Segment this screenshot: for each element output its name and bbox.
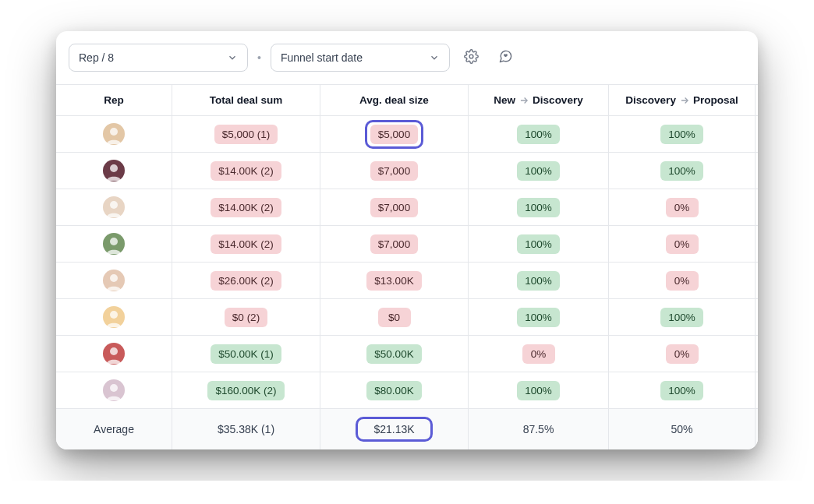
- metric-pill: $14.00K (2): [211, 198, 281, 217]
- table-row[interactable]: $26.00K (2) $13.00K 100% 0%: [56, 263, 758, 299]
- table-row[interactable]: $14.00K (2) $7,000 100% 100%: [56, 153, 758, 189]
- metric-highlight: $5,000: [365, 120, 423, 149]
- metric-pill: $7,000: [370, 161, 418, 181]
- settings-button[interactable]: [459, 45, 484, 70]
- avatar: [103, 379, 125, 401]
- metric-pill: $50.00K: [366, 344, 421, 364]
- metric-pill: 0%: [666, 234, 699, 254]
- footer-row: Average $35.38K (1) $21.13K 87.5% 50%: [56, 409, 758, 449]
- avatar: [103, 270, 125, 291]
- chevron-down-icon: [227, 52, 238, 63]
- gear-icon: [464, 49, 479, 67]
- footer-total: $35.38K (1): [218, 423, 274, 435]
- metric-pill: $0: [378, 308, 411, 327]
- metric-pill: $50.00K (1): [211, 344, 281, 364]
- metric-pill: $26.00K (2): [211, 271, 281, 291]
- metric-pill: 0%: [666, 198, 699, 217]
- metric-pill: $7,000: [370, 198, 418, 217]
- metric-pill: $14.00K (2): [211, 234, 281, 254]
- col-header-stage1[interactable]: New Discovery: [469, 85, 609, 115]
- metric-pill: 100%: [660, 161, 703, 181]
- metric-pill: 100%: [660, 381, 703, 400]
- svg-point-18: [110, 384, 118, 392]
- table-row[interactable]: $14.00K (2) $7,000 100% 0%: [56, 189, 758, 226]
- svg-point-0: [470, 55, 474, 58]
- footer-avg-highlight: $21.13K: [356, 417, 432, 442]
- footer-avg: $21.13K: [373, 423, 414, 435]
- metric-pill: 100%: [660, 125, 703, 144]
- stage2-to: Proposal: [693, 94, 738, 106]
- stage2-from: Discovery: [625, 94, 676, 106]
- data-grid: Rep Total deal sum Avg. deal size New Di…: [56, 84, 758, 449]
- table-row[interactable]: $160.00K (2) $80.00K 100% 100%: [56, 372, 758, 409]
- metric-pill: $7,000: [370, 234, 418, 254]
- table-row[interactable]: $50.00K (1) $50.00K 0% 0%: [56, 336, 758, 372]
- metric-pill: 100%: [517, 381, 560, 400]
- arrow-right-icon: [679, 95, 690, 106]
- svg-point-8: [110, 201, 118, 209]
- metric-pill: 100%: [517, 271, 560, 291]
- svg-point-10: [110, 238, 118, 245]
- col-header-rep[interactable]: Rep: [56, 85, 172, 115]
- group-by-label: Rep / 8: [79, 51, 114, 64]
- stage1-to: Discovery: [533, 94, 583, 106]
- chevron-down-icon: [429, 52, 440, 63]
- feedback-button[interactable]: [494, 45, 518, 70]
- table-row[interactable]: $14.00K (2) $7,000 100% 0%: [56, 226, 758, 263]
- metric-pill: 100%: [517, 234, 560, 254]
- metric-pill: $0 (2): [225, 308, 267, 327]
- avatar: [103, 233, 125, 255]
- svg-point-6: [110, 164, 118, 172]
- toolbar: Rep / 8 • Funnel start date: [56, 44, 758, 84]
- footer-stage2: 50%: [671, 423, 692, 435]
- metric-pill: 100%: [660, 308, 703, 327]
- svg-point-4: [110, 128, 118, 136]
- metric-pill: 0%: [666, 344, 699, 364]
- svg-point-14: [110, 311, 118, 319]
- svg-point-12: [110, 274, 118, 282]
- avatar: [103, 196, 125, 218]
- svg-point-16: [110, 347, 118, 355]
- metric-pill: $14.00K (2): [211, 161, 281, 181]
- avatar: [103, 306, 125, 328]
- chat-heart-icon: [498, 49, 513, 67]
- header-row: Rep Total deal sum Avg. deal size New Di…: [56, 85, 758, 116]
- report-card: Rep / 8 • Funnel start date Rep To: [56, 31, 758, 449]
- arrow-right-icon: [518, 95, 529, 106]
- footer-stage1: 87.5%: [523, 423, 554, 435]
- metric-pill: $160.00K (2): [207, 381, 284, 400]
- avatar: [103, 123, 125, 145]
- table-row[interactable]: $0 (2) $0 100% 100%: [56, 299, 758, 336]
- metric-pill: 100%: [517, 308, 560, 327]
- metric-pill: 100%: [517, 161, 560, 181]
- group-by-select[interactable]: Rep / 8: [69, 44, 248, 72]
- col-header-avg[interactable]: Avg. deal size: [320, 85, 469, 115]
- footer-label: Average: [56, 409, 172, 449]
- metric-pill: 100%: [517, 125, 560, 144]
- stage1-from: New: [494, 94, 515, 106]
- metric-pill: 0%: [666, 271, 699, 291]
- date-select-label: Funnel start date: [281, 51, 363, 64]
- col-header-total[interactable]: Total deal sum: [172, 85, 320, 115]
- metric-pill: $13.00K: [366, 271, 421, 291]
- separator-dot: •: [257, 51, 261, 64]
- table-row[interactable]: $5,000 (1) $5,000 100% 100%: [56, 116, 758, 153]
- metric-pill: 100%: [517, 198, 560, 217]
- col-header-stage2[interactable]: Discovery Proposal: [609, 85, 756, 115]
- metric-pill: $5,000: [370, 125, 418, 144]
- avatar: [103, 343, 125, 365]
- metric-pill: $5,000 (1): [214, 125, 278, 144]
- date-select[interactable]: Funnel start date: [271, 44, 450, 72]
- avatar: [103, 160, 125, 182]
- metric-pill: $80.00K: [366, 381, 421, 400]
- metric-pill: 0%: [522, 344, 555, 364]
